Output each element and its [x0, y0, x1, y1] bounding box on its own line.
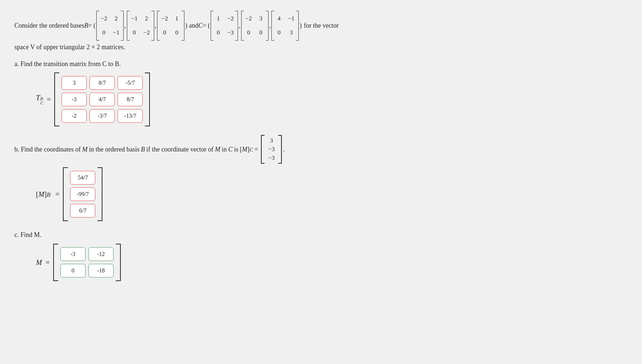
cell-2-3[interactable]: 8/7 — [118, 93, 143, 106]
C-matrix-1: 1 −2 0 −3 — [211, 11, 238, 41]
cell-1-1: 4 — [275, 12, 283, 25]
comma-3: , — [239, 19, 240, 33]
bracket-close: ] — [44, 190, 47, 199]
bracket-right — [182, 11, 184, 41]
matrix-row-2: 0 -18 — [60, 264, 114, 277]
bracket-left — [54, 73, 59, 126]
header-equals: = ( — [88, 19, 96, 33]
matrix-row-2: 0 −1 — [100, 26, 120, 39]
part-b-C2: C — [228, 146, 233, 153]
cell-2-1: 0 — [275, 26, 283, 39]
part-b-text-mid: in the ordered basis — [89, 146, 139, 153]
cell-1-1: 1 — [214, 12, 222, 25]
bracket-left — [96, 11, 99, 41]
cell-2-1: 0 — [245, 26, 253, 39]
bracket-right — [151, 11, 154, 41]
cell-3-1[interactable]: -2 — [61, 109, 87, 123]
MB-vector: 54/7 -99/7 6/7 — [63, 167, 102, 221]
matrix-content: 4 −1 0 3 — [275, 11, 295, 41]
cell-2-1: 0 — [100, 26, 108, 39]
part-b-text-mid2: if the coordinate vector of — [146, 146, 214, 153]
cell-1-2: 3 — [257, 12, 265, 25]
matrix-row-1: 54/7 — [70, 171, 95, 185]
cell-1-2: −1 — [287, 12, 295, 25]
comma-4: , — [269, 19, 271, 33]
part-c-label: c. Find M. — [14, 230, 628, 240]
bracket-left — [127, 11, 130, 41]
B-matrix-3: −2 1 0 0 — [157, 11, 184, 41]
bracket-left — [63, 167, 68, 221]
bracket-right — [145, 73, 150, 126]
matrix-row-1: 1 −2 — [214, 12, 234, 25]
matrix-content: −2 1 0 0 — [161, 11, 181, 41]
B-subscript: B — [47, 191, 50, 199]
bracket-left — [157, 11, 160, 41]
matrix-content: −1 2 0 −2 — [130, 11, 151, 41]
M-cell-2-1[interactable]: 0 — [60, 264, 86, 277]
M-cell-2-2[interactable]: -18 — [88, 264, 114, 277]
cell-2-2: −2 — [143, 26, 151, 39]
part-b-text-mid3: in — [222, 146, 227, 153]
B-label: B — [84, 19, 88, 33]
eq2: = — [55, 190, 59, 199]
cell-2-2: −1 — [112, 26, 120, 39]
cell-3-3[interactable]: -13/7 — [118, 109, 143, 123]
transition-matrix: 3 8/7 -5/7 -3 4/7 8/7 -2 -3/7 -13/7 — [54, 73, 150, 126]
cell-1-2: 1 — [173, 12, 181, 25]
M-matrix: -3 -12 0 -18 — [53, 244, 121, 281]
part-b-section: b. Find the coordinates of M in the orde… — [14, 135, 628, 221]
matrix-row-1: −2 2 — [100, 12, 120, 25]
matrix-content: 54/7 -99/7 6/7 — [70, 167, 95, 221]
cell-1-1[interactable]: 3 — [61, 76, 87, 90]
M-letter: M — [242, 146, 247, 153]
matrix-row-3: -2 -3/7 -13/7 — [61, 109, 143, 123]
TC-B-label: T B C — [36, 94, 43, 105]
cell-1-1: −2 — [245, 12, 253, 25]
bracket-right — [235, 11, 238, 41]
matrix-row-1: −2 1 — [161, 12, 181, 25]
cell-1-2: 2 — [112, 12, 120, 25]
bracket-left — [241, 11, 244, 41]
part-a-equation: T B C = 3 8/7 -5/7 -3 4/7 8/7 — [36, 73, 628, 126]
part-b-M2: M — [215, 146, 220, 153]
bracket-left — [53, 244, 58, 281]
bracket-right — [266, 11, 269, 41]
comma-1: , — [124, 19, 126, 33]
matrix-row-2: 0 0 — [245, 26, 265, 39]
cell-2-1: 0 — [214, 26, 222, 39]
cell-2-2[interactable]: 4/7 — [90, 93, 115, 106]
cell-2-1[interactable]: -3 — [61, 93, 87, 106]
bracket-left — [261, 135, 265, 164]
bracket-open: [ — [36, 190, 38, 199]
cell-1-2[interactable]: 8/7 — [90, 76, 115, 90]
matrix-row-1: 3 8/7 -5/7 — [61, 76, 143, 90]
cell-2-2: 0 — [173, 26, 181, 39]
matrix-row-2: -99/7 — [70, 187, 95, 201]
cell-1-3[interactable]: -5/7 — [118, 76, 143, 90]
part-b-equals: = — [254, 146, 258, 153]
part-a-equals: = — [47, 95, 51, 104]
MB-cell-2[interactable]: -99/7 — [70, 187, 95, 201]
matrix-row-2: 0 3 — [275, 26, 295, 39]
MB-cell-1[interactable]: 54/7 — [70, 171, 95, 185]
C-label: C — [198, 19, 203, 33]
cell-2-1: 0 — [161, 26, 169, 39]
cell-2-2: 3 — [287, 26, 295, 39]
matrix-row-1: −1 2 — [130, 12, 151, 25]
MB-cell-3[interactable]: 6/7 — [70, 204, 95, 218]
T-subscript: C — [40, 101, 43, 105]
C-subscript: C — [249, 147, 253, 153]
part-b-label-line: b. Find the coordinates of M in the orde… — [14, 135, 628, 164]
M-cell-1-2[interactable]: -12 — [88, 247, 114, 261]
bracket-right — [278, 135, 282, 164]
C-matrix-2: −2 3 0 0 — [241, 11, 269, 41]
matrix-content: −2 2 0 −1 — [100, 11, 120, 41]
M-letter: M — [38, 190, 45, 199]
matrix-content: -3 -12 0 -18 — [60, 244, 114, 281]
T-scripts: B C — [40, 97, 43, 105]
cell-1-2: −2 — [226, 12, 234, 25]
cell-3-2[interactable]: -3/7 — [90, 109, 115, 123]
cell-2-2: 0 — [257, 26, 265, 39]
M-cell-1-1[interactable]: -3 — [60, 247, 86, 261]
matrix-row-1: −2 3 — [245, 12, 265, 25]
